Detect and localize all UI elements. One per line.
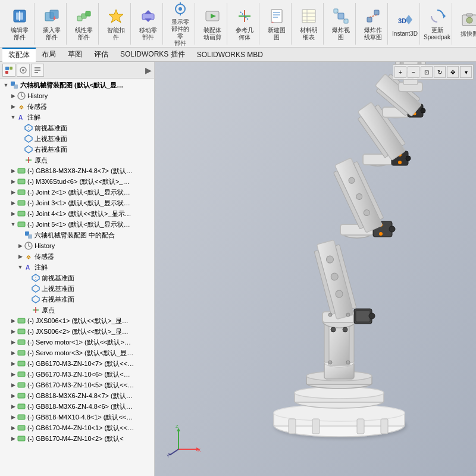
annotation-icon: A <box>17 112 26 122</box>
update-speedpak-icon[interactable] <box>428 7 447 26</box>
instant3d-icon[interactable]: 3D <box>396 10 415 29</box>
viewport-pan[interactable]: ✥ <box>447 66 459 78</box>
tree-servo-1[interactable]: ▶ (-) Servo motor<1> (默认<<默认>_显示状 <box>0 337 154 347</box>
tree-joint2[interactable]: ▶ (-) Joint 2<1> (默认<默认_显示状态-1>) <box>0 187 154 198</box>
root-toggle[interactable]: ▼ <box>2 82 10 89</box>
history-toggle[interactable]: ▶ <box>10 92 17 99</box>
edit-component-icon[interactable] <box>10 7 29 26</box>
toolbar-group-insert: + 插入零部件 <box>37 3 67 45</box>
tree-gb6170-6[interactable]: ▶ (-) GB6170-M3-ZN-10<6> (默认<默认_ <box>0 369 154 380</box>
tree-sub-origin[interactable]: 原点 <box>0 305 154 315</box>
tree-servo-3[interactable]: ▶ (-) Servo motor<3> (默认<默认_显示状态- <box>0 347 154 358</box>
tree-history[interactable]: ▶ History <box>0 90 154 101</box>
svg-point-83 <box>35 309 37 311</box>
panel-btn-3[interactable] <box>31 64 44 77</box>
annotation-toggle[interactable]: ▼ <box>10 114 17 121</box>
menu-item-evaluate[interactable]: 评估 <box>88 48 114 62</box>
svg-marker-11 <box>145 10 152 14</box>
tree-part-m3x6stud[interactable]: ▶ (-) M3X6Stud<6> (默认<<默认>_显示状态 1> <box>0 176 154 187</box>
svg-marker-62 <box>25 146 32 153</box>
panel-btn-2[interactable] <box>17 64 30 77</box>
svg-rect-68 <box>18 190 25 195</box>
tree-sub-right-plane[interactable]: 右视基准面 <box>0 294 154 305</box>
linear-component-icon[interactable] <box>74 7 93 26</box>
explode-view-icon[interactable] <box>331 7 350 26</box>
svg-rect-114 <box>349 324 354 362</box>
svg-point-14 <box>178 7 182 11</box>
part-icon-1 <box>17 166 26 176</box>
top-plane-label: 上视基准面 <box>35 134 67 143</box>
explode-line-icon[interactable] <box>364 7 383 26</box>
show-parts-icon[interactable] <box>171 1 190 17</box>
tree-gb6170-m4-2[interactable]: ▶ (-) GB6170-M4-ZN-10<2> (默认< <box>0 433 154 444</box>
sub-annotation-icon: A <box>24 262 33 272</box>
3d-viewport[interactable]: X Z Y + − ⊡ ↻ ✥ ▾ <box>155 62 476 476</box>
servo-1-label: (-) Servo motor<1> (默认<<默认>_显示状 <box>27 338 134 347</box>
tree-gb6170-m4-1[interactable]: ▶ (-) GB6170-M4-ZN-10<1> (默认<<默认 <box>0 422 154 433</box>
menu-item-assembly[interactable]: 装配体 <box>2 48 36 62</box>
viewport-rotate[interactable]: ↻ <box>434 66 446 78</box>
reference-icon[interactable] <box>235 7 254 26</box>
sensor-toggle[interactable]: ▶ <box>10 103 17 110</box>
tree-gb818-m4x10[interactable]: ▶ (-) GB818-M4X10-4.8<1> (默认<<默认>_ <box>0 412 154 422</box>
toolbar-group-reference: 参考几何体 <box>230 3 259 45</box>
part-jxs006-1-icon <box>17 316 26 325</box>
svg-text:A: A <box>26 264 30 271</box>
sub-history-label: History <box>35 242 55 249</box>
tree-gb818-m3x6-6[interactable]: ▶ (-) GB818-M3X6-ZN-4.8<6> (默认<<默认 <box>0 401 154 412</box>
tree-sub-top-plane[interactable]: 上视基准面 <box>0 283 154 294</box>
move-component-icon[interactable] <box>139 7 158 26</box>
insert-component-icon[interactable]: + <box>42 7 61 26</box>
viewport-view-options[interactable]: ▾ <box>460 66 472 78</box>
tree-sub-annotation[interactable]: ▼ A 注解 <box>0 262 154 273</box>
menu-item-sketch[interactable]: 草图 <box>62 48 88 62</box>
new-drawing-icon[interactable]: + <box>267 7 286 26</box>
svg-rect-47 <box>10 67 12 70</box>
menu-item-sw-mbd[interactable]: SOLIDWORKS MBD <box>191 48 269 62</box>
svg-rect-32 <box>338 13 344 19</box>
toolbar-group-move: 移动零部件 <box>133 3 163 45</box>
svg-rect-55 <box>14 84 18 89</box>
part-icon-joint5 <box>17 220 26 229</box>
tree-gb818-m3x6-7[interactable]: ▶ (-) GB818-M3X6-ZN-4.8<7> (默认<<默认 <box>0 390 154 401</box>
tree-annotation[interactable]: ▼ A 注解 <box>0 112 154 123</box>
tree-gb6170-7[interactable]: ▶ (-) GB6170-M3-ZN-10<7> (默认<<默认>_ <box>0 358 154 369</box>
gb6170-5-label: (-) GB6170-M3-ZN-10<5> (默认<<默认>_ <box>27 381 134 390</box>
tree-sensor[interactable]: ▶ 传感器 <box>0 101 154 112</box>
viewport-toolbar: + − ⊡ ↻ ✥ ▾ <box>393 64 474 80</box>
gb818-m4x10-label: (-) GB818-M4X10-4.8<1> (默认<<默认>_ <box>27 413 134 422</box>
viewport-zoom-in[interactable]: + <box>394 66 406 78</box>
smart-fastener-icon[interactable] <box>107 7 126 26</box>
tree-jxs006-1[interactable]: ▶ (-) JXS006<1> (默认<<默认>_显示状态 1> <box>0 315 154 326</box>
bom-icon[interactable] <box>299 7 318 26</box>
tree-jxs006-2[interactable]: ▶ (-) JXS006<2> (默认<<默认>_显示状态 1> <box>0 326 154 337</box>
viewport-fit[interactable]: ⊡ <box>421 66 433 78</box>
snapshot-icon[interactable] <box>460 10 476 29</box>
tree-sub-assembly-title[interactable]: 六轴机械臂装配图 中的配合 <box>0 230 154 240</box>
tree-front-plane[interactable]: 前视基准面 <box>0 123 154 133</box>
tree-top-plane[interactable]: 上视基准面 <box>0 133 154 144</box>
feature-tree[interactable]: ▼ 六轴机械臂装配图 (默认<默认_显示状态-1>) ▶ History ▶ <box>0 79 154 476</box>
tree-sub-sensor[interactable]: ▶ 传感器 <box>0 251 154 262</box>
snapshot-label: 抓快照 <box>461 30 476 37</box>
gb818-m3x6-6-label: (-) GB818-M3X6-ZN-4.8<6> (默认<<默认 <box>27 402 134 411</box>
svg-point-44 <box>466 17 472 23</box>
tree-origin[interactable]: 原点 <box>0 155 154 165</box>
panel-btn-1[interactable] <box>2 64 15 77</box>
panel-collapse-arrow[interactable]: ▶ <box>145 65 152 75</box>
tree-part-gb818-m3x8[interactable]: ▶ (-) GB818-M3X8-ZN-4.8<7> (默认<<默认>_显示状态… <box>0 165 154 176</box>
viewport-zoom-out[interactable]: − <box>408 66 419 78</box>
svg-text:Y: Y <box>167 454 170 458</box>
tree-joint5[interactable]: ▼ (-) Joint 5<1> (默认<默认_显示状态-1>) <box>0 219 154 230</box>
tree-gb6170-5[interactable]: ▶ (-) GB6170-M3-ZN-10<5> (默认<<默认>_ <box>0 380 154 390</box>
tree-sub-front-plane[interactable]: 前视基准面 <box>0 273 154 283</box>
menu-item-sw-plugin[interactable]: SOLIDWORKS 插件 <box>114 48 191 62</box>
tree-joint4[interactable]: ▶ (-) Joint 4<1> (默认<<默认>_显示状态-1>) <box>0 208 154 219</box>
tree-sub-history[interactable]: ▶ History <box>0 240 154 251</box>
sensor-label: 传感器 <box>27 102 47 111</box>
tree-right-plane[interactable]: 右视基准面 <box>0 144 154 155</box>
tree-joint3[interactable]: ▶ (-) Joint 3<1> (默认<默认_显示状态-1>) <box>0 198 154 208</box>
menu-item-layout[interactable]: 布局 <box>36 48 62 62</box>
assemble-animate-icon[interactable] <box>203 7 222 26</box>
tree-root[interactable]: ▼ 六轴机械臂装配图 (默认<默认_显示状态-1>) <box>0 80 154 90</box>
